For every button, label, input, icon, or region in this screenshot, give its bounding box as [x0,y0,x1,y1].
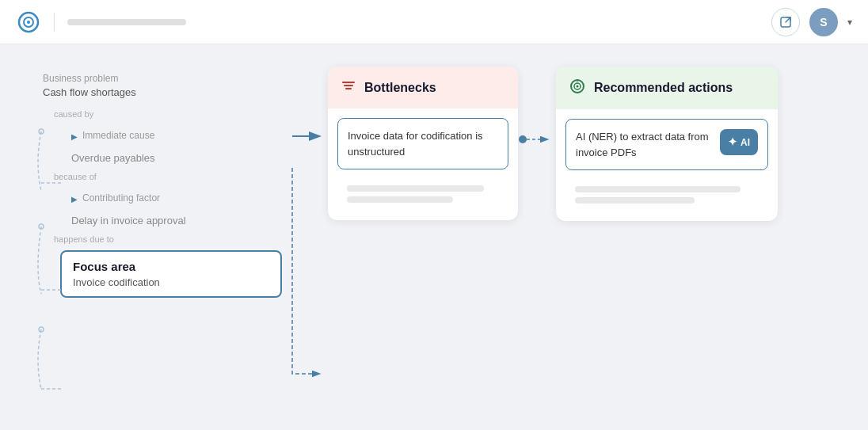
logo-icon[interactable] [16,10,41,35]
recommended-card-1[interactable]: AI (NER) to extract data from invoice PD… [565,119,768,170]
cause-tree: Business problem Cash flow shortages cau… [19,60,288,303]
svg-point-18 [577,86,579,88]
dashed-to-bottleneck [288,168,328,390]
recommended-panel: Recommended actions AI (NER) to extract … [556,67,778,221]
ai-badge-text: AI [740,135,750,150]
placeholder-line-4 [575,197,695,204]
recommended-body: AI (NER) to extract data from invoice PD… [556,109,778,221]
recommended-icon [569,78,586,98]
nav-breadcrumb [67,19,186,25]
immediate-cause-section: ▶ Immediate cause Overdue payables [25,124,282,167]
bottleneck-icon [341,78,356,97]
mid-arrow [518,60,556,163]
ai-badge: ✦ AI [720,129,758,155]
focus-area-value: Invoice codification [73,276,269,288]
ai-star-icon: ✦ [728,134,737,150]
focus-area-title: Focus area [73,260,269,273]
nav-right: S ▾ [771,8,852,36]
svg-point-14 [519,135,527,143]
placeholder-line-2 [347,196,453,203]
bottleneck-title: Bottlenecks [364,81,436,95]
immediate-cause-label: Immediate cause [82,130,154,141]
happens-due-to-label: happens due to [19,233,288,245]
placeholder-line-3 [575,186,740,192]
placeholder-line-1 [347,185,484,192]
recommended-placeholder [565,178,768,211]
contributing-factor-value: Delay in invoice approval [60,211,282,230]
export-button[interactable] [771,8,800,36]
contributing-factor-label: Contributing factor [82,192,160,204]
business-problem-section: Business problem Cash flow shortages [19,67,288,105]
bottleneck-header: Bottlenecks [328,67,518,108]
flow-connectors [288,60,328,390]
contributing-factor-section: ▶ Contributing factor Delay in invoice a… [25,186,282,230]
business-problem-value: Cash flow shortages [43,86,271,98]
caused-by-label: caused by [19,108,288,120]
bottleneck-card-1[interactable]: Invoice data for codification is unstruc… [337,118,508,169]
because-of-label: because of [19,170,288,183]
recommended-card-1-text: AI (NER) to extract data from invoice PD… [576,129,714,160]
bottleneck-card-1-text: Invoice data for codification is unstruc… [348,128,498,159]
navbar: S ▾ [0,0,868,44]
chevron-down-icon[interactable]: ▾ [847,17,852,28]
business-problem-label: Business problem [43,73,271,84]
nav-divider [54,13,55,32]
svg-point-2 [27,21,30,24]
immediate-cause-value: Overdue payables [60,149,282,167]
svg-point-19 [577,80,578,82]
bottleneck-panel: Bottlenecks Invoice data for codificatio… [328,67,518,220]
mid-arrow-svg [518,116,556,163]
focus-area-box[interactable]: Focus area Invoice codification [60,250,282,298]
user-avatar[interactable]: S [809,8,838,36]
svg-point-6 [39,327,44,332]
main-content: Business problem Cash flow shortages cau… [0,44,868,430]
bottleneck-placeholder [337,177,508,211]
bottleneck-body: Invoice data for codification is unstruc… [328,108,518,220]
recommended-header: Recommended actions [556,67,778,109]
recommended-title: Recommended actions [594,81,733,95]
arrow-to-bottleneck [288,105,328,168]
